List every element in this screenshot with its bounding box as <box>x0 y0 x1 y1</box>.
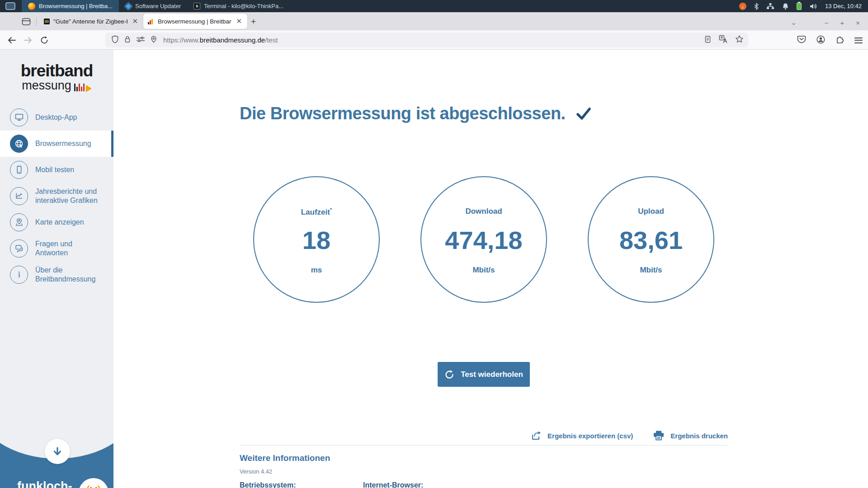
result-label: Upload <box>638 207 664 216</box>
more-info-heading: Weitere Informationen <box>240 453 330 463</box>
smartphone-icon <box>10 161 28 179</box>
divider <box>240 445 728 446</box>
line-chart-icon <box>10 187 28 205</box>
tab-close-icon[interactable]: ✕ <box>235 17 243 25</box>
reader-mode-icon[interactable] <box>704 35 712 46</box>
tab-zigbee[interactable]: "Gute" Antenne für Zigbee-Ro ✕ <box>39 14 143 29</box>
check-icon <box>576 107 591 121</box>
sidebar-item-desktop-app[interactable]: Desktop-App <box>0 104 113 131</box>
new-tab-button[interactable]: + <box>251 17 256 27</box>
taskbar-app-label: Software Updater <box>135 3 181 9</box>
url-bar[interactable]: https://www.breitbandmessung.de/test <box>105 33 748 47</box>
window-minimize-button[interactable]: − <box>825 19 829 27</box>
forum-favicon <box>44 19 50 24</box>
tab-title: "Gute" Antenne für Zigbee-Ro <box>53 18 127 25</box>
sidebar-item-browsermessung[interactable]: Browsermessung <box>0 131 113 157</box>
sidebar-item-ueber[interactable]: Über die Breitbandmessung <box>0 262 113 288</box>
lock-icon[interactable] <box>123 35 132 46</box>
sidebar-item-mobil-testen[interactable]: Jahresberichte und interaktive Grafiken … <box>0 157 113 183</box>
funkloch-line1: funkloch- <box>17 480 72 488</box>
notifications-bell-icon[interactable] <box>782 3 789 10</box>
result-value: 474,18 <box>421 224 546 257</box>
window-close-button[interactable]: × <box>856 19 860 27</box>
tab-bar: "Gute" Antenne für Zigbee-Ro ✕ Browserme… <box>0 12 868 30</box>
print-result-label: Ergebnis drucken <box>670 432 728 440</box>
taskbar-app-firefox[interactable]: Browsermessung | Breitba... <box>22 0 119 12</box>
result-download: Download 474,18 Mbit/s <box>420 176 547 303</box>
software-updater-icon <box>124 2 133 11</box>
result-unit: Mbit/s <box>421 266 546 275</box>
list-all-tabs-icon[interactable]: ⌄ <box>791 19 797 27</box>
result-label: Laufzeit <box>301 208 330 216</box>
account-icon[interactable] <box>816 35 826 46</box>
sidebar-item-label: Jahresberichte und interaktive Grafiken <box>35 187 103 205</box>
sidebar-item-jahresberichte[interactable]: Jahresberichte und interaktive Grafiken <box>0 183 113 209</box>
sidebar-item-karte-anzeigen[interactable]: Karte anzeigen <box>0 209 113 235</box>
location-pin-icon[interactable] <box>150 35 158 46</box>
updates-available-icon[interactable]: ↓ <box>739 3 746 10</box>
info-icon <box>10 266 28 284</box>
sidebar-item-label: Browsermessung <box>35 139 91 148</box>
print-result-link[interactable]: Ergebnis drucken <box>653 430 728 441</box>
taskbar-app-label: Terminal - kilo@kilo-ThinkPa... <box>204 3 283 9</box>
reload-button[interactable] <box>37 33 52 47</box>
permissions-icon[interactable] <box>136 35 146 45</box>
logo-triangle-icon <box>86 85 92 92</box>
pocket-icon[interactable] <box>797 35 806 46</box>
logo-bars <box>74 84 85 91</box>
back-button[interactable] <box>5 33 19 47</box>
page-title: Die Browsermessung ist abgeschlossen. <box>240 104 566 123</box>
scroll-down-button[interactable] <box>45 439 70 464</box>
sidebar-item-fragen-antworten[interactable]: Fragen und Antworten <box>0 235 113 262</box>
funkloch-app-icon <box>79 478 108 488</box>
desktop-monitor-icon <box>10 108 28 127</box>
shield-icon[interactable] <box>111 35 119 46</box>
tab-close-icon[interactable]: ✕ <box>131 17 139 25</box>
taskbar-app-label: Browsermessung | Breitba... <box>39 3 113 9</box>
result-label: Download <box>465 207 502 216</box>
screen: Browsermessung | Breitba... Software Upd… <box>0 0 868 488</box>
battery-icon[interactable] <box>797 3 802 10</box>
breitbandmessung-logo[interactable]: breitband messung <box>0 62 113 93</box>
translate-icon[interactable] <box>719 35 728 46</box>
forward-button[interactable] <box>21 33 35 47</box>
sidebar-item-label: Über die Breitbandmessung <box>35 266 103 284</box>
result-unit: Mbit/s <box>589 266 713 275</box>
menu-hamburger-icon[interactable] <box>854 38 863 43</box>
result-unit: ms <box>254 266 379 275</box>
refresh-icon <box>444 370 454 380</box>
tab-separator <box>36 17 37 26</box>
result-value: 83,61 <box>589 224 713 257</box>
window-maximize-button[interactable]: + <box>840 19 844 27</box>
sidebar-item-label: Desktop-App <box>35 113 77 122</box>
funkloch-app-link[interactable]: funkloch- app <box>17 478 108 488</box>
taskbar-app-terminal[interactable]: $ Terminal - kilo@kilo-ThinkPa... <box>187 0 290 12</box>
globe-cursor-icon <box>10 135 28 153</box>
tab-browsermessung[interactable]: Browsermessung | Breitband ✕ <box>143 14 247 29</box>
extensions-puzzle-icon[interactable] <box>835 35 844 46</box>
firefox-icon <box>28 3 35 10</box>
repeat-test-button[interactable]: Test wiederholen <box>438 362 530 387</box>
map-pin-icon <box>10 213 28 231</box>
results: Laufzeit* 18 ms Download 474,18 Mbit/s U… <box>253 176 714 303</box>
volume-icon[interactable] <box>809 3 817 10</box>
clock[interactable]: 13 Dec, 10:42 <box>825 3 862 9</box>
url-text[interactable]: https://www.breitbandmessung.de/test <box>163 36 278 44</box>
firefox-view-icon[interactable] <box>19 15 33 28</box>
logo-line2: messung <box>22 79 71 93</box>
terminal-icon: $ <box>193 3 200 9</box>
bluetooth-icon[interactable] <box>754 3 759 10</box>
sidebar-item-label: Karte anzeigen <box>35 218 84 227</box>
sidebar-menu: Desktop-App Browsermessung Jahresbericht… <box>0 104 113 288</box>
taskbar-app-software-updater[interactable]: Software Updater <box>119 0 187 12</box>
bookmark-star-icon[interactable] <box>735 35 744 45</box>
export-icon <box>531 431 542 441</box>
result-upload: Upload 83,61 Mbit/s <box>588 176 714 303</box>
network-icon[interactable] <box>766 3 774 10</box>
printer-icon <box>653 430 665 441</box>
tab-title: Browsermessung | Breitband <box>158 18 231 25</box>
os-label: Betriebssystem: <box>240 481 296 488</box>
export-result-link[interactable]: Ergebnis exportieren (csv) <box>531 431 633 441</box>
result-value: 18 <box>254 224 379 257</box>
workspace-switcher-icon[interactable] <box>5 2 15 10</box>
